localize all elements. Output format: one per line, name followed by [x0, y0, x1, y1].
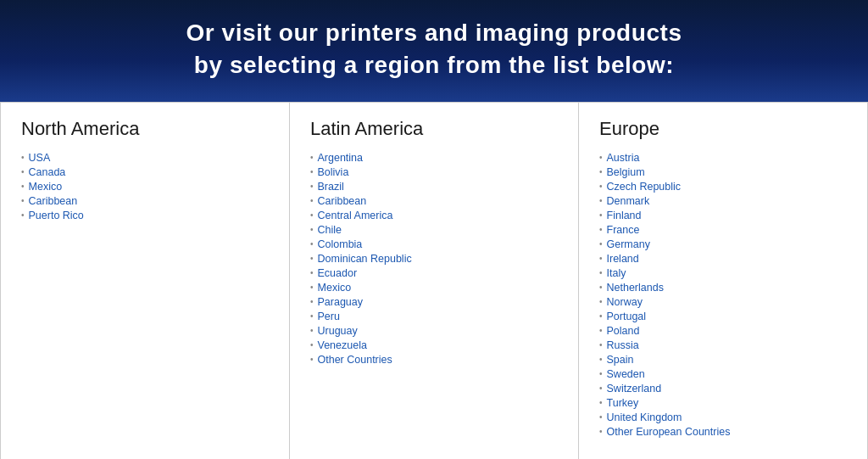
list-item[interactable]: Caribbean	[21, 195, 269, 207]
list-item[interactable]: Peru	[310, 311, 558, 322]
country-list-north-america: USACanadaMexicoCaribbeanPuerto Rico	[21, 152, 269, 221]
list-item[interactable]: Caribbean	[310, 195, 558, 207]
header: Or visit our printers and imaging produc…	[0, 0, 868, 102]
list-item[interactable]: Colombia	[310, 238, 558, 250]
list-item[interactable]: Netherlands	[599, 282, 847, 294]
list-item[interactable]: Other Countries	[310, 354, 558, 366]
list-item[interactable]: Other European Countries	[599, 426, 847, 438]
list-item[interactable]: Puerto Rico	[21, 210, 269, 221]
list-item[interactable]: Austria	[599, 152, 847, 164]
list-item[interactable]: Mexico	[310, 282, 558, 294]
list-item[interactable]: Czech Republic	[599, 181, 847, 193]
region-title-europe: Europe	[599, 118, 847, 140]
country-list-europe: AustriaBelgiumCzech RepublicDenmarkFinla…	[599, 152, 847, 438]
list-item[interactable]: Finland	[599, 210, 847, 221]
region-title-latin-america: Latin America	[310, 118, 558, 140]
list-item[interactable]: Switzerland	[599, 383, 847, 395]
list-item[interactable]: Russia	[599, 339, 847, 351]
list-item[interactable]: Italy	[599, 267, 847, 279]
list-item[interactable]: Argentina	[310, 152, 558, 164]
list-item[interactable]: Mexico	[21, 181, 269, 193]
list-item[interactable]: Chile	[310, 224, 558, 236]
list-item[interactable]: Belgium	[599, 166, 847, 178]
list-item[interactable]: Paraguay	[310, 296, 558, 308]
header-line2: by selecting a region from the list belo…	[194, 52, 675, 78]
list-item[interactable]: France	[599, 224, 847, 236]
list-item[interactable]: Ireland	[599, 253, 847, 265]
list-item[interactable]: Spain	[599, 354, 847, 366]
regions-container: North AmericaUSACanadaMexicoCaribbeanPue…	[0, 102, 868, 459]
list-item[interactable]: Norway	[599, 296, 847, 308]
list-item[interactable]: Uruguay	[310, 325, 558, 337]
country-list-latin-america: ArgentinaBoliviaBrazilCaribbeanCentral A…	[310, 152, 558, 366]
list-item[interactable]: Turkey	[599, 397, 847, 409]
list-item[interactable]: Portugal	[599, 311, 847, 322]
list-item[interactable]: Bolivia	[310, 166, 558, 178]
list-item[interactable]: Poland	[599, 325, 847, 337]
list-item[interactable]: Brazil	[310, 181, 558, 193]
list-item[interactable]: Germany	[599, 238, 847, 250]
list-item[interactable]: Sweden	[599, 368, 847, 380]
region-column-north-america: North AmericaUSACanadaMexicoCaribbeanPue…	[1, 103, 290, 459]
region-column-europe: EuropeAustriaBelgiumCzech RepublicDenmar…	[579, 103, 867, 459]
region-column-latin-america: Latin AmericaArgentinaBoliviaBrazilCarib…	[290, 103, 579, 459]
list-item[interactable]: Canada	[21, 166, 269, 178]
list-item[interactable]: Denmark	[599, 195, 847, 207]
list-item[interactable]: USA	[21, 152, 269, 164]
list-item[interactable]: Venezuela	[310, 339, 558, 351]
header-line1: Or visit our printers and imaging produc…	[186, 20, 682, 46]
header-text: Or visit our printers and imaging produc…	[34, 17, 834, 81]
list-item[interactable]: Ecuador	[310, 267, 558, 279]
list-item[interactable]: Central America	[310, 210, 558, 221]
list-item[interactable]: Dominican Republic	[310, 253, 558, 265]
region-title-north-america: North America	[21, 118, 269, 140]
list-item[interactable]: United Kingdom	[599, 411, 847, 423]
